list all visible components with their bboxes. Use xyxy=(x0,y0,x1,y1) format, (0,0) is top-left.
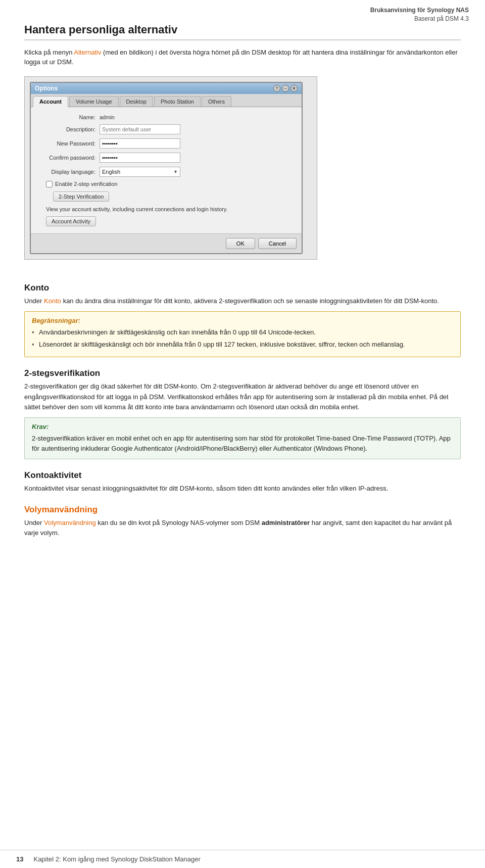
dialog-controls: ? – ✕ xyxy=(273,85,298,92)
dialog-tabs: Account Volume Usage Desktop Photo Stati… xyxy=(31,94,302,107)
dialog-body: Name: admin Description: New Password: C… xyxy=(31,107,302,233)
konto-heading: Konto xyxy=(24,283,461,293)
krav-label: Krav: xyxy=(32,423,453,430)
volymanvandning-heading: Volymanvändning xyxy=(24,505,461,515)
account-activity-button[interactable]: Account Activity xyxy=(46,216,96,226)
main-content: Hantera personliga alternativ Klicka på … xyxy=(0,23,485,564)
dialog-help-btn[interactable]: ? xyxy=(273,85,280,92)
krav-text: 2-stegsverifikation kräver en mobil enhe… xyxy=(32,433,453,454)
account-activity-btn-row: Account Activity xyxy=(46,216,294,226)
dialog-title: Options xyxy=(35,85,58,92)
intro-highlight: Alternativ xyxy=(74,49,101,56)
display-language-label: Display language: xyxy=(39,169,100,175)
description-label: Description: xyxy=(39,126,100,132)
intro-text-before: Klicka på menyn xyxy=(24,49,74,56)
screenshot-container: Options ? – ✕ Account Volume Usage Deskt… xyxy=(24,76,317,260)
dialog-titlebar: Options ? – ✕ xyxy=(31,83,302,94)
header-subtitle: Baserat på DSM 4.3 xyxy=(0,15,469,23)
two-step-checkbox[interactable] xyxy=(46,181,53,187)
two-step-checkbox-row: Enable 2-step verification xyxy=(46,181,294,187)
constraints-list: Användarbeskrivningen är skiftlägeskänsl… xyxy=(32,327,453,350)
constraint-item: Användarbeskrivningen är skiftlägeskänsl… xyxy=(32,327,453,337)
confirm-password-label: Confirm password: xyxy=(39,155,100,161)
volymanvandning-text: Under Volymanvändning kan du se din kvot… xyxy=(24,518,461,538)
kontoaktivitet-text: Kontoaktivitet visar senast inloggningsa… xyxy=(24,484,461,494)
tab-photo-station[interactable]: Photo Station xyxy=(154,96,201,107)
page-heading: Hantera personliga alternativ xyxy=(24,23,461,40)
confirm-password-input[interactable] xyxy=(100,153,180,163)
name-label: Name: xyxy=(39,114,100,120)
cancel-button[interactable]: Cancel xyxy=(258,238,297,249)
page-number: 13 xyxy=(16,855,23,863)
two-step-text: 2-stegsverifikation ger dig ökad säkerhe… xyxy=(24,381,461,412)
tab-others[interactable]: Others xyxy=(202,96,231,107)
krav-box: Krav: 2-stegsverifikation kräver en mobi… xyxy=(24,417,461,459)
description-input[interactable] xyxy=(100,124,180,134)
two-step-heading: 2-stegsverifikation xyxy=(24,368,461,378)
page-footer: 13 Kapitel 2: Kom igång med Synology Dis… xyxy=(0,850,485,868)
name-row: Name: admin xyxy=(39,114,294,120)
ok-button[interactable]: OK xyxy=(226,238,255,249)
chevron-down-icon: ▼ xyxy=(173,169,178,174)
footer-text: Kapitel 2: Kom igång med Synology DiskSt… xyxy=(33,855,200,863)
konto-highlight: Konto xyxy=(44,297,61,305)
volymanvandning-highlight: Volymanvändning xyxy=(44,519,96,526)
name-value: admin xyxy=(100,114,115,120)
display-language-row: Display language: English ▼ xyxy=(39,167,294,177)
display-language-value: English xyxy=(102,169,120,175)
dialog-close-btn[interactable]: ✕ xyxy=(290,85,298,92)
page-header: Bruksanvisning för Synology NAS Baserat … xyxy=(0,0,485,23)
dialog-min-btn[interactable]: – xyxy=(282,85,289,92)
admin-bold: administratörer xyxy=(262,519,310,526)
two-step-label: Enable 2-step verification xyxy=(55,181,118,187)
new-password-row: New Password: xyxy=(39,138,294,149)
constraints-label: Begränsningar: xyxy=(32,317,453,324)
two-step-btn-row: 2-Step Verification xyxy=(53,191,294,202)
two-step-verification-button[interactable]: 2-Step Verification xyxy=(53,191,109,202)
confirm-password-row: Confirm password: xyxy=(39,153,294,163)
new-password-label: New Password: xyxy=(39,140,100,147)
intro-paragraph: Klicka på menyn Alternativ (med en bildi… xyxy=(24,47,461,67)
new-password-input[interactable] xyxy=(100,138,180,149)
description-row: Description: xyxy=(39,124,294,134)
kontoaktivitet-heading: Kontoaktivitet xyxy=(24,470,461,480)
tab-desktop[interactable]: Desktop xyxy=(120,96,153,107)
constraint-item: Lösenordet är skiftlägeskänsligt och bör… xyxy=(32,340,453,350)
tab-volume-usage[interactable]: Volume Usage xyxy=(69,96,119,107)
konto-text: Under Konto kan du ändra dina inställnin… xyxy=(24,296,461,306)
display-language-select[interactable]: English ▼ xyxy=(100,167,180,177)
header-title: Bruksanvisning för Synology NAS xyxy=(0,6,469,15)
constraints-box: Begränsningar: Användarbeskrivningen är … xyxy=(24,311,461,357)
account-activity-description: View your account activity, including cu… xyxy=(46,206,286,213)
options-dialog: Options ? – ✕ Account Volume Usage Deskt… xyxy=(30,82,303,254)
dialog-footer: OK Cancel xyxy=(31,233,302,253)
tab-account[interactable]: Account xyxy=(33,96,68,107)
